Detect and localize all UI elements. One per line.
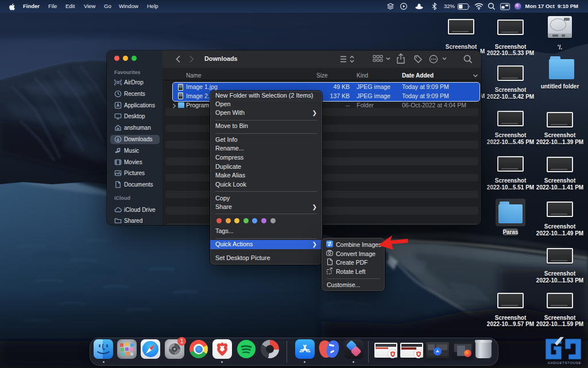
svg-text:GADGETSTOUSE: GADGETSTOUSE — [548, 361, 582, 365]
